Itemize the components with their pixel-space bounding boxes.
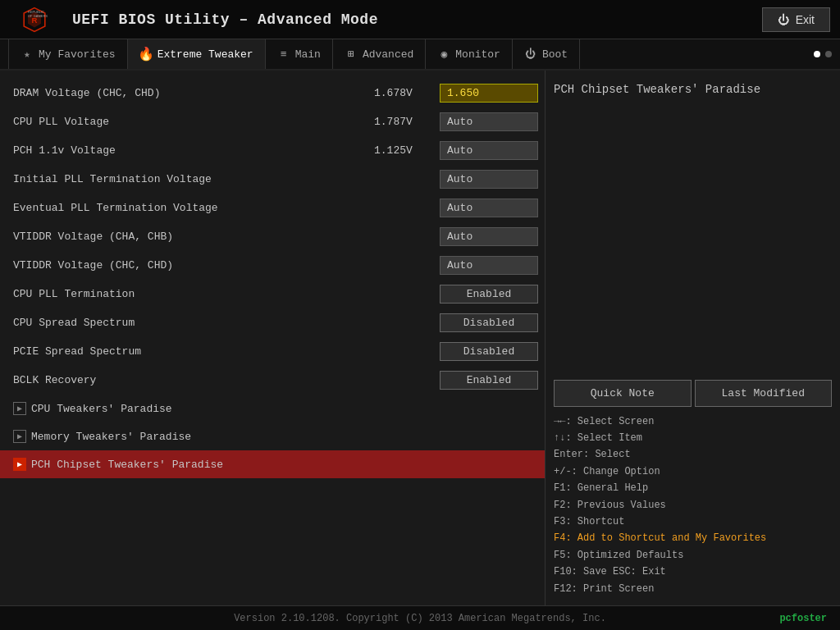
pcie-spread-control: Disabled [440,342,538,361]
hotkey-f5: F5: Optimized Defaults [554,547,832,564]
last-modified-button[interactable]: Last Modified [695,380,833,407]
vtiddr-cd-control: Auto [440,256,538,275]
cpu-spread-value-box[interactable]: Disabled [440,313,538,332]
gauge-icon: ◉ [437,48,450,61]
submenu-memory-tweakers[interactable]: ▶ Memory Tweakers' Paradise [0,422,545,450]
pch11v-value-box[interactable]: Auto [440,141,538,160]
dot-2 [825,51,832,57]
nav-bar: ★ My Favorites 🔥 Extreme Tweaker ≡ Main … [0,39,840,71]
setting-row-bclk[interactable]: BCLK Recovery Enabled [0,366,545,395]
hotkey-f1: F1: General Help [554,480,832,496]
setting-row-eventual-pll[interactable]: Eventual PLL Termination Voltage Auto [0,194,545,222]
setting-row-pch11v[interactable]: PCH 1.1v Voltage 1.125V Auto [0,136,545,165]
hotkey-select-screen: →←: Select Screen [554,413,832,430]
nav-item-boot[interactable]: ⏻ Boot [513,39,580,69]
footer: Version 2.10.1208. Copyright (C) 2013 Am… [0,605,840,630]
pch11v-control: Auto [440,141,538,160]
setting-row-cpu-pll[interactable]: CPU PLL Voltage 1.787V Auto [0,107,545,136]
main-content: DRAM Voltage (CHC, CHD) 1.678V 1.650 CPU… [0,71,840,605]
quick-note-button[interactable]: Quick Note [554,380,692,407]
hotkey-f10: F10: Save ESC: Exit [554,564,832,580]
cpu-pll-value-box[interactable]: Auto [440,112,538,131]
setting-row-vtiddr-ab[interactable]: VTIDDR Voltage (CHA, CHB) Auto [0,222,545,251]
cpu-pll-term-value-box[interactable]: Enabled [440,285,538,304]
hotkey-enter: Enter: Select [554,446,832,463]
flame-icon: 🔥 [139,48,153,61]
exit-button[interactable]: ⏻ Exit [762,7,830,32]
hotkey-f2: F2: Previous Values [554,497,832,514]
hotkey-select-item: ↑↓: Select Item [554,430,832,446]
submenu-pch-tweakers[interactable]: ▶ PCH Chipset Tweakers' Paradise [0,450,545,478]
hotkeys-list: →←: Select Screen ↑↓: Select Item Enter:… [554,413,832,597]
dot-1 [814,51,820,57]
footer-logo: pcfoster [779,613,827,624]
vtiddr-ab-control: Auto [440,227,538,246]
nav-item-advanced[interactable]: ⊞ Advanced [333,39,426,69]
list-icon: ≡ [277,48,290,61]
submenu-cpu-tweakers[interactable]: ▶ CPU Tweakers' Paradise [0,395,545,422]
bclk-value-box[interactable]: Enabled [440,371,538,390]
hotkey-f3: F3: Shortcut [554,514,832,530]
chip-icon: ⊞ [345,48,358,61]
hotkey-f4: F4: Add to Shortcut and My Favorites [554,530,832,546]
eventual-pll-control: Auto [440,199,538,217]
app-title: UEFI BIOS Utility – Advanced Mode [72,11,378,28]
init-pll-control: Auto [440,170,538,189]
setting-row-cpu-spread[interactable]: CPU Spread Spectrum Disabled [0,308,545,337]
vtiddr-ab-value-box[interactable]: Auto [440,227,538,246]
exit-icon: ⏻ [778,13,789,26]
pcie-spread-value-box[interactable]: Disabled [440,342,538,361]
right-panel: PCH Chipset Tweakers' Paradise Quick Not… [546,71,840,605]
eventual-pll-value-box[interactable]: Auto [440,199,538,217]
star-icon: ★ [21,48,34,61]
page-dots [814,51,832,57]
cpu-spread-control: Disabled [440,313,538,332]
setting-row-vtiddr-cd[interactable]: VTIDDR Voltage (CHC, CHD) Auto [0,251,545,280]
power-icon: ⏻ [524,48,537,61]
setting-row-pcie-spread[interactable]: PCIE Spread Spectrum Disabled [0,337,545,366]
nav-item-main[interactable]: ≡ Main [266,39,333,69]
setting-row-dram[interactable]: DRAM Voltage (CHC, CHD) 1.678V 1.650 [0,79,545,107]
submenu-arrow-memory: ▶ [13,430,26,443]
submenu-arrow-cpu: ▶ [13,402,26,415]
cpu-pll-term-control: Enabled [440,285,538,304]
dram-value-box[interactable]: 1.650 [440,84,538,103]
nav-item-extreme[interactable]: 🔥 Extreme Tweaker [128,39,266,69]
rog-logo: R REPUBLIC OF GAMERS [10,4,59,35]
setting-row-init-pll[interactable]: Initial PLL Termination Voltage Auto [0,165,545,194]
vtiddr-cd-value-box[interactable]: Auto [440,256,538,275]
cpu-pll-control: Auto [440,112,538,131]
action-buttons: Quick Note Last Modified [554,380,832,407]
svg-text:OF GAMERS: OF GAMERS [28,13,48,17]
logo-area: R REPUBLIC OF GAMERS [10,4,59,35]
hotkey-f12: F12: Print Screen [554,581,832,597]
nav-item-monitor[interactable]: ◉ Monitor [426,39,513,69]
right-panel-title: PCH Chipset Tweakers' Paradise [554,79,832,128]
rog-emblem-svg: R REPUBLIC OF GAMERS [21,7,48,33]
dram-control: 1.650 [440,84,538,103]
footer-text: Version 2.10.1208. Copyright (C) 2013 Am… [234,613,606,624]
init-pll-value-box[interactable]: Auto [440,170,538,189]
settings-panel: DRAM Voltage (CHC, CHD) 1.678V 1.650 CPU… [0,71,546,605]
hotkey-change-option: +/-: Change Option [554,463,832,480]
nav-item-favorites[interactable]: ★ My Favorites [8,39,128,69]
bclk-control: Enabled [440,371,538,390]
header: R REPUBLIC OF GAMERS UEFI BIOS Utility –… [0,0,840,39]
setting-row-cpu-pll-term[interactable]: CPU PLL Termination Enabled [0,280,545,308]
submenu-arrow-pch: ▶ [13,458,26,471]
